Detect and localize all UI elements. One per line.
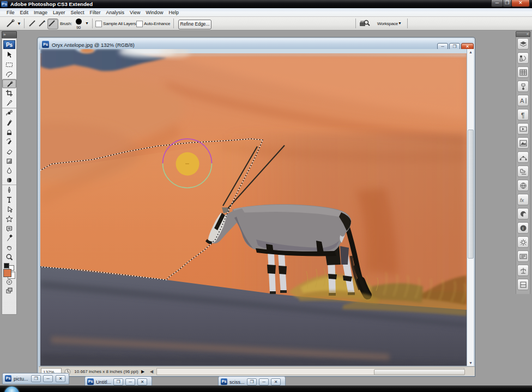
svg-text:¶: ¶ [521,112,524,119]
svg-text:+: + [43,19,46,24]
svg-text:fx: fx [520,198,524,203]
svg-text:i: i [523,226,524,231]
svg-text:A: A [520,97,524,104]
